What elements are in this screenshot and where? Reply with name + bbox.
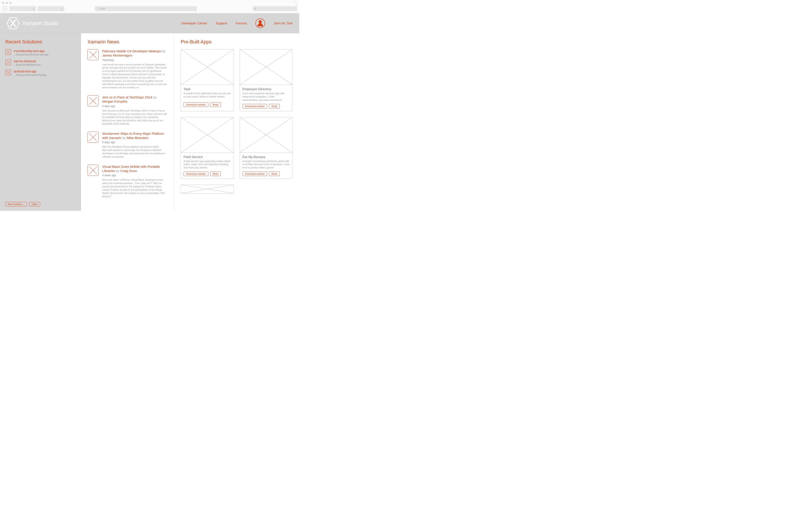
app-desc: A turn-key employee directory app with h…: [243, 92, 290, 102]
news-excerpt: Join Xamarin at Microsoft TechDays 2014 …: [102, 109, 167, 126]
toolbar: [2, 6, 297, 12]
app-card: Employee Directory A turn-key employee d…: [240, 49, 293, 111]
user-silhouette-icon: [257, 20, 264, 28]
apps-column: Pre-Built Apps Task A simple To-Do appli…: [174, 33, 299, 211]
recent-solution-item[interactable]: android-test-app .../Repos/Test/AndroidT…: [5, 70, 75, 76]
configuration-selector[interactable]: [9, 6, 36, 11]
solution-placeholder-icon: [5, 49, 11, 55]
read-button[interactable]: Read: [269, 104, 280, 108]
app-name: Field Service: [184, 155, 231, 159]
news-thumbnail-placeholder-icon: [88, 95, 99, 107]
username[interactable]: John W. Doe: [273, 21, 292, 25]
news-title: February Mobile C# Developer Meetups by …: [102, 49, 167, 58]
download-solution-button[interactable]: Download solution: [243, 172, 267, 176]
app-name: Employee Directory: [243, 87, 290, 91]
news-date: 5 days ago: [102, 104, 167, 108]
read-button[interactable]: Read: [210, 172, 221, 176]
recent-solution-name: monodevelop-test-app: [14, 49, 49, 53]
app-desc: A simple CocosSharp platformer game with…: [243, 159, 290, 170]
news-author: Morgan Forsythe: [102, 99, 127, 103]
news-title: Join us in Paris at TechDays 2014 by Mor…: [102, 95, 167, 104]
svg-line-1: [255, 9, 256, 10]
recent-solutions-heading: Recent Solutions: [5, 39, 75, 45]
app-image-placeholder-icon: [240, 117, 292, 153]
news-thumbnail-placeholder-icon: [88, 165, 99, 176]
download-solution-button[interactable]: Download solution: [184, 102, 208, 107]
nav-support[interactable]: Support: [216, 21, 227, 25]
app-title: Xamarin Studio: [22, 20, 58, 26]
app-desc: A simple To-Do application that you can …: [184, 92, 231, 100]
recent-solution-path: .../Repos/EatMyBananas: [14, 63, 41, 66]
nav-developer-center[interactable]: Developer Center: [181, 21, 207, 25]
recent-solution-item[interactable]: monodevelop-test-app .../Repos/monodevel…: [5, 49, 75, 56]
app-desc: A field service app supporting master-de…: [184, 159, 231, 170]
apps-grid: Task A simple To-Do application that you…: [180, 49, 292, 193]
main: Recent Solutions monodevelop-test-app ..…: [0, 33, 299, 211]
new-solution-button[interactable]: New Solution…: [5, 202, 27, 206]
apps-heading: Pre-Built Apps: [180, 39, 292, 45]
run-button[interactable]: [2, 6, 7, 11]
news-list: February Mobile C# Developer Meetups by …: [88, 49, 167, 198]
solution-placeholder-icon: [5, 59, 11, 65]
avatar[interactable]: [255, 18, 265, 28]
news-item[interactable]: Join us in Paris at TechDays 2014 by Mor…: [88, 95, 167, 126]
window-controls: [2, 2, 12, 4]
zoom-window-icon[interactable]: [9, 2, 12, 4]
app-card-partial: [180, 185, 234, 193]
open-solution-button[interactable]: Open: [29, 202, 40, 206]
download-solution-button[interactable]: Download solution: [184, 172, 208, 176]
news-heading: Xamarin News: [88, 39, 167, 45]
recent-solution-path: .../Repos/monodevelop-test-app: [14, 53, 49, 56]
app-image-placeholder-icon: [240, 50, 292, 85]
xamarin-logo-icon: [7, 17, 19, 30]
news-excerpt: Last month we saw a record number of Xam…: [102, 63, 167, 89]
nav-forums[interactable]: Forums: [235, 21, 247, 25]
news-item[interactable]: Visual Basic Goes Mobile with Portable L…: [88, 165, 167, 198]
app-name: Task: [184, 87, 231, 91]
read-button[interactable]: Read: [269, 172, 280, 176]
news-author: James Montemagno: [102, 53, 132, 57]
news-title: Visual Basic Goes Mobile with Portable L…: [102, 165, 167, 173]
chevron-updown-icon: [61, 7, 63, 10]
read-button[interactable]: Read: [210, 102, 221, 107]
app-image-placeholder-icon: [181, 50, 234, 85]
app-name: Eat My Banana: [243, 155, 290, 159]
news-excerpt: Since the dawn of iPhone, Visual Basic d…: [102, 178, 167, 198]
news-date: 6 days ago: [102, 141, 167, 144]
app-image-placeholder-icon: [181, 117, 234, 153]
recent-solution-path: .../Repos/Test/AndroidTestApp: [14, 74, 46, 76]
status-indicator-icon: [97, 7, 99, 10]
header-nav: Developer Center Support Forums John W. …: [181, 18, 292, 28]
news-title: Wordament Ships to Every Major Platform …: [102, 132, 167, 140]
news-item[interactable]: Wordament Ships to Every Major Platform …: [88, 132, 167, 158]
fullscreen-icon[interactable]: [294, 1, 297, 4]
sidebar-footer: New Solution… Open: [5, 202, 40, 206]
news-excerpt: After the Windows Phone platform launche…: [102, 145, 167, 158]
news-thumbnail-placeholder-icon: [88, 49, 99, 60]
solution-placeholder-icon: [5, 70, 11, 75]
device-selector[interactable]: [38, 6, 64, 11]
minimize-window-icon[interactable]: [6, 2, 8, 4]
app-card: Eat My Banana A simple CocosSharp platfo…: [240, 117, 293, 179]
download-solution-button[interactable]: Download solution: [243, 104, 267, 108]
close-window-icon[interactable]: [2, 2, 4, 4]
news-date: Yesterday: [102, 58, 167, 62]
search-icon: [254, 7, 256, 10]
news-author: Mike Bluestein: [127, 136, 149, 140]
status-progress-icon: [100, 8, 105, 10]
recent-solutions-list: monodevelop-test-app .../Repos/monodevel…: [5, 49, 75, 76]
chevron-updown-icon: [32, 7, 35, 10]
window-chrome: [0, 0, 299, 13]
recent-solution-name: android-test-app: [14, 70, 46, 73]
news-thumbnail-placeholder-icon: [88, 132, 99, 143]
search-input[interactable]: [253, 6, 297, 11]
app-card: Task A simple To-Do application that you…: [180, 49, 234, 111]
app-card: Field Service A field service app suppor…: [180, 117, 234, 179]
news-column: Xamarin News February Mobile C# Develope…: [81, 33, 174, 211]
sidebar: Recent Solutions monodevelop-test-app ..…: [0, 33, 81, 211]
recent-solution-item[interactable]: eat-my-bananas .../Repos/EatMyBananas: [5, 59, 75, 66]
news-item[interactable]: February Mobile C# Developer Meetups by …: [88, 49, 167, 89]
recent-solution-name: eat-my-bananas: [14, 59, 41, 63]
build-status-bar: [95, 6, 197, 11]
news-date: A week ago: [102, 174, 167, 177]
